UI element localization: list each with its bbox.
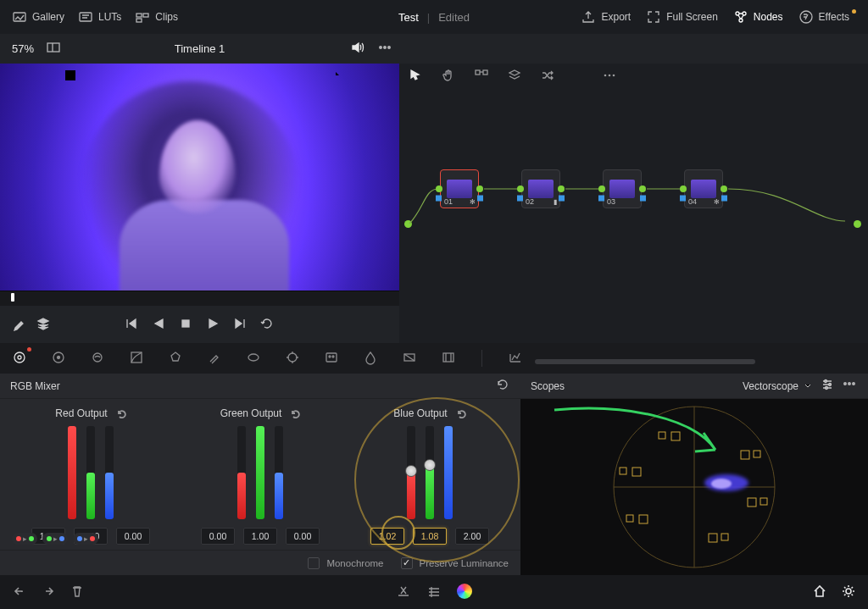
node-04[interactable]: 04 ✻ <box>684 169 723 208</box>
node-input-port[interactable] <box>598 185 605 192</box>
grid-icon[interactable] <box>63 68 317 197</box>
node-scrollbar[interactable] <box>535 359 755 364</box>
reset-icon[interactable] <box>456 408 466 418</box>
slider-g-g[interactable] <box>256 426 264 519</box>
primaries-bars-icon[interactable] <box>51 350 66 368</box>
scope-more-icon[interactable] <box>843 377 858 395</box>
zoom-level[interactable]: 57% <box>12 42 34 55</box>
warper-icon[interactable] <box>168 350 183 368</box>
slider-b-g[interactable] <box>426 426 434 519</box>
svg-rect-49 <box>721 534 728 540</box>
page-edit-icon[interactable] <box>426 584 442 601</box>
layers-icon[interactable] <box>36 316 51 334</box>
node-graph-panel[interactable]: 01 ✻ 02 ▮ 03 <box>399 64 868 343</box>
node-alpha-out[interactable] <box>477 196 483 202</box>
window-icon[interactable] <box>246 350 261 368</box>
clips-button[interactable]: Clips <box>135 9 178 25</box>
primaries-wheel-icon[interactable] <box>12 350 27 368</box>
node-output-port[interactable] <box>639 185 646 192</box>
scope-mode-select[interactable]: Vectorscope <box>743 380 812 392</box>
loop-button[interactable] <box>259 316 275 334</box>
node-alpha-in[interactable] <box>436 196 442 202</box>
value-input[interactable]: 0.00 <box>116 528 150 545</box>
scrubber[interactable] <box>0 291 399 306</box>
page-color-icon[interactable] <box>457 584 472 599</box>
node-alpha-in[interactable] <box>680 196 686 202</box>
node-alpha-out[interactable] <box>559 196 565 202</box>
node-02[interactable]: 02 ▮ <box>521 169 560 208</box>
reset-icon[interactable] <box>290 408 300 418</box>
node-input-port[interactable] <box>517 185 524 192</box>
node-input-port[interactable] <box>436 185 442 192</box>
tracker-icon[interactable] <box>285 350 300 368</box>
node-alpha-in[interactable] <box>598 196 604 202</box>
project-name[interactable]: Test <box>398 11 419 24</box>
graph-output[interactable] <box>854 220 861 228</box>
reverse-button[interactable] <box>151 316 166 334</box>
value-input[interactable]: 1.02 <box>370 528 404 545</box>
slider-g-b[interactable] <box>275 426 283 519</box>
redo-button[interactable] <box>41 584 56 601</box>
slider-r-r[interactable] <box>68 426 76 519</box>
node-output-port[interactable] <box>721 185 727 192</box>
play-button[interactable] <box>205 316 220 334</box>
sizing-icon[interactable] <box>441 350 456 368</box>
slider-r-b[interactable] <box>105 426 114 519</box>
image-mode-icon[interactable] <box>46 40 61 58</box>
monochrome-checkbox[interactable] <box>308 557 320 569</box>
page-cut-icon[interactable] <box>396 584 411 601</box>
nodes-button[interactable]: Nodes <box>733 9 783 25</box>
scopes-page-icon[interactable] <box>508 350 523 368</box>
undo-button[interactable] <box>12 584 27 601</box>
luts-button[interactable]: LUTs <box>78 9 121 25</box>
magic-mask-icon[interactable] <box>324 350 339 368</box>
node-output-port[interactable] <box>558 185 565 192</box>
slider-b-r[interactable] <box>407 426 415 519</box>
next-clip-button[interactable] <box>232 316 248 334</box>
export-button[interactable]: Export <box>581 9 631 25</box>
prev-clip-button[interactable] <box>124 316 139 334</box>
slider-knob[interactable] <box>424 459 436 471</box>
playhead[interactable] <box>11 293 14 302</box>
reset-icon[interactable] <box>116 408 126 418</box>
channel-swap-buttons[interactable]: ▸ ▸ ▸ <box>12 533 98 545</box>
value-input[interactable]: 0.00 <box>286 528 320 545</box>
value-input[interactable]: 2.00 <box>455 528 489 545</box>
value-input[interactable]: 0.00 <box>201 528 235 545</box>
slider-b-b[interactable] <box>444 426 453 519</box>
still-icon[interactable] <box>0 68 47 197</box>
slider-knob[interactable] <box>405 465 417 477</box>
key-icon[interactable] <box>402 350 417 368</box>
settings-button[interactable] <box>841 584 856 601</box>
picker-icon[interactable] <box>12 316 27 334</box>
slider-r-g[interactable] <box>86 426 95 519</box>
node-input-port[interactable] <box>680 185 687 192</box>
slider-g-r[interactable] <box>237 426 246 519</box>
home-button[interactable] <box>812 584 827 601</box>
graph-input[interactable] <box>404 220 412 228</box>
qualifier-icon[interactable] <box>207 350 222 368</box>
value-input[interactable]: 1.08 <box>413 528 447 545</box>
timeline-title[interactable]: Timeline 1 <box>175 42 225 55</box>
node-01[interactable]: 01 ✻ <box>440 169 479 208</box>
fullscreen-button[interactable]: Full Screen <box>646 9 718 25</box>
delete-button[interactable] <box>70 584 85 601</box>
value-input[interactable]: 1.00 <box>243 528 277 545</box>
stop-button[interactable] <box>178 316 193 334</box>
nodes-icon <box>733 9 748 25</box>
more-icon[interactable] <box>377 40 392 58</box>
node-output-port[interactable] <box>476 185 483 192</box>
hdr-icon[interactable] <box>90 350 105 368</box>
node-alpha-out[interactable] <box>640 196 646 202</box>
curves-icon[interactable] <box>129 350 144 368</box>
node-alpha-in[interactable] <box>517 196 523 202</box>
blur-icon[interactable] <box>363 350 378 368</box>
preserve-luminance-checkbox[interactable] <box>401 557 413 569</box>
node-03[interactable]: 03 <box>603 169 642 208</box>
panel-reset-icon[interactable] <box>495 377 510 395</box>
audio-icon[interactable] <box>350 40 365 58</box>
node-alpha-out[interactable] <box>721 196 727 202</box>
gallery-button[interactable]: Gallery <box>12 9 64 25</box>
effects-button[interactable]: Effects <box>798 9 856 25</box>
scope-settings-icon[interactable] <box>821 377 836 395</box>
